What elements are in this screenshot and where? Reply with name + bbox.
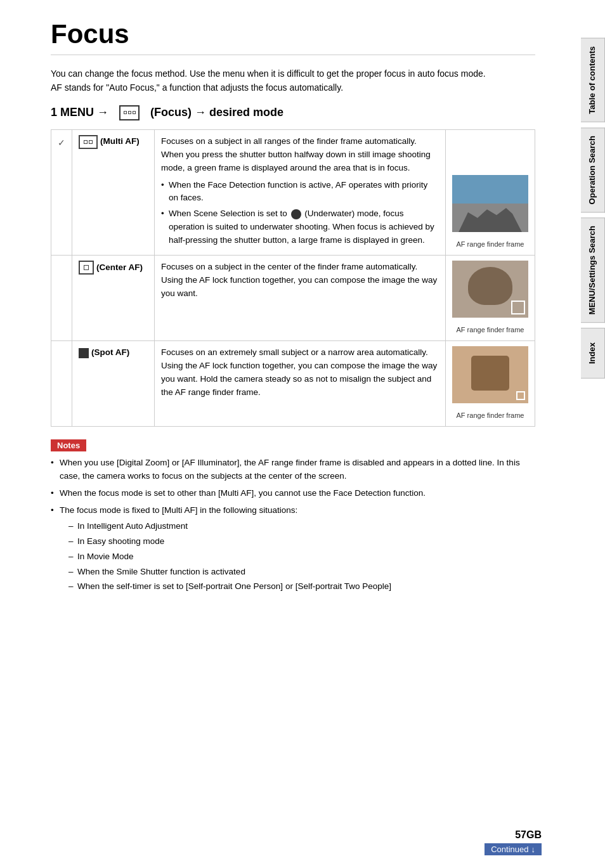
continued-button[interactable]: Continued ↓: [485, 843, 542, 855]
spot-af-icon: [79, 348, 89, 358]
tab-index[interactable]: Index: [581, 328, 605, 379]
tab-operation-search[interactable]: Operation Search: [581, 127, 605, 212]
checkmark-icon: ✓: [58, 138, 65, 148]
notes-section: Notes When you use [Digital Zoom] or [AF…: [51, 439, 535, 593]
page-footer: 57GB Continued ↓: [485, 829, 542, 855]
menu-heading-text: 1 MENU →: [51, 106, 108, 119]
spot-af-img-caption: AF range finder frame: [452, 410, 528, 421]
list-item: When the self-timer is set to [Self-port…: [68, 580, 535, 593]
list-item: When you use [Digital Zoom] or [AF Illum…: [51, 457, 535, 483]
mode-label-multi: (Multi AF): [100, 135, 140, 148]
desc-col-center: Focuses on a subject in the center of th…: [155, 256, 446, 341]
list-item: In Movie Mode: [68, 550, 535, 564]
table-row: (Center AF) Focuses on a subject in the …: [51, 256, 535, 341]
continued-text: Continued: [491, 845, 528, 854]
list-item: When Scene Selection is set to (Underwat…: [161, 207, 439, 247]
tab-table-of-contents[interactable]: Table of contents: [581, 38, 605, 122]
page-title: Focus: [51, 19, 535, 55]
desc-col-multi: Focuses on a subject in all ranges of th…: [155, 129, 446, 255]
list-item: When the Face Detection function is acti…: [161, 179, 439, 205]
desc-col-spot: Focuses on an extremely small subject or…: [155, 341, 446, 427]
sub-list: In Intelligent Auto Adjustment In Easy s…: [60, 520, 535, 594]
img-col-multi: AF range finder frame: [446, 129, 535, 255]
menu-heading-suffix: (Focus) → desired mode: [150, 106, 283, 119]
focus-table: ✓ (Multi AF) Focuses on a subject in all…: [51, 129, 535, 427]
list-item: The focus mode is fixed to [Multi AF] in…: [51, 504, 535, 594]
mode-label-spot: (Spot AF): [91, 346, 129, 360]
main-content: Focus You can change the focus method. U…: [38, 0, 548, 635]
tab-menu-settings-search[interactable]: MENU/Settings Search: [581, 217, 605, 323]
mode-col-spot: (Spot AF): [72, 341, 155, 427]
focus-menu-icon: [119, 105, 140, 120]
down-arrow-icon: ↓: [531, 845, 536, 854]
mode-col-center: (Center AF): [72, 256, 155, 341]
center-af-img-caption: AF range finder frame: [452, 325, 528, 335]
tab-group: Table of contents Operation Search MENU/…: [581, 38, 605, 381]
check-col: [51, 341, 72, 427]
table-row: (Spot AF) Focuses on an extremely small …: [51, 341, 535, 427]
list-item: When the focus mode is set to other than…: [51, 487, 535, 500]
spot-af-image: [452, 346, 528, 403]
list-item: In Intelligent Auto Adjustment: [68, 520, 535, 533]
underwater-icon: [291, 209, 301, 219]
notes-label: Notes: [51, 439, 86, 451]
notes-list: When you use [Digital Zoom] or [AF Illum…: [51, 457, 535, 593]
img-col-center: AF range finder frame: [446, 256, 535, 341]
multi-af-icon: [79, 135, 98, 149]
page-number: 57GB: [515, 829, 542, 841]
check-col: ✓: [51, 129, 72, 255]
list-item: When the Smile Shutter function is activ…: [68, 566, 535, 579]
table-row: ✓ (Multi AF) Focuses on a subject in all…: [51, 129, 535, 255]
mode-label-center: (Center AF): [96, 261, 143, 275]
multi-af-img-caption: AF range finder frame: [452, 239, 528, 250]
intro-paragraph-1: You can change the focus method. Use the…: [51, 67, 535, 95]
multi-bullets: When the Face Detection function is acti…: [161, 179, 439, 248]
multi-af-image: [452, 175, 528, 232]
list-item: In Easy shooting mode: [68, 535, 535, 548]
intro-text-line2: AF stands for "Auto Focus," a function t…: [51, 82, 343, 93]
center-af-image: [452, 261, 528, 318]
mode-col-multi: (Multi AF): [72, 129, 155, 255]
sidebar: Table of contents Operation Search MENU/…: [549, 0, 605, 868]
img-col-spot: AF range finder frame: [446, 341, 535, 427]
intro-text-line1: You can change the focus method. Use the…: [51, 68, 486, 79]
check-col: [51, 256, 72, 341]
menu-heading: 1 MENU → (Focus) → desired mode: [51, 105, 535, 120]
center-af-icon: [79, 261, 94, 275]
